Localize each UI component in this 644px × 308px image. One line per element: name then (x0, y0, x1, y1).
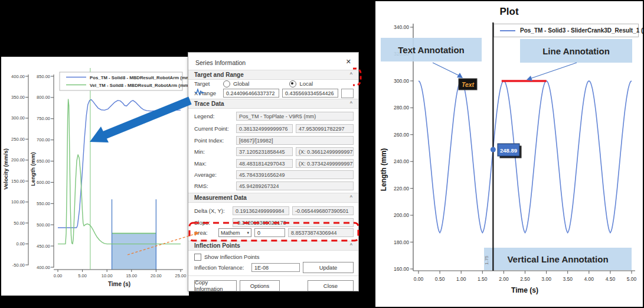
legend-row: Legend: Pos_TM - TopPlate - V9R5 (mm) (194, 111, 354, 121)
right-y-axis-label: Length (mm) (380, 148, 388, 192)
area-value-field: 8.85373874306944 (288, 228, 354, 237)
left-y-axis-label: Velocity (mm/s) (2, 148, 9, 190)
current-point-row: Current Point: 0.381324999999976 47.9530… (194, 124, 354, 134)
y-tick-label: 200.00 (394, 212, 409, 218)
area-label: Area: (194, 229, 215, 236)
show-inflection-row: Show Inflection Points (194, 252, 354, 262)
dialog-buttons-row: Copy Information Options Close (194, 280, 354, 291)
local-radio[interactable] (289, 80, 296, 87)
x-tick-label: 0.00 (414, 276, 424, 282)
delta-y-field: -0.0654496807390501 (292, 206, 354, 215)
global-radio-label: Global (233, 80, 249, 87)
x-tick-label: 2.50 (520, 276, 530, 282)
xrange-row: X Range 0.244096466337372 0.435569334554… (194, 88, 354, 98)
x-tick-label: 1.50 (478, 276, 488, 282)
y2-tick-label: 400.00 (37, 265, 50, 270)
vertical-line-annotation-callout: Vertical Line Annotation (484, 248, 632, 270)
right-chart-panel: Plot 340.00320.00300.00280.00260.00240.0… (375, 1, 643, 307)
copy-information-button[interactable]: Copy Information (194, 280, 237, 291)
line-annotation-callout: Line Annotation (520, 39, 632, 63)
y2-tick-label: 750.00 (37, 116, 50, 121)
vel-tm-curve (58, 99, 181, 244)
x-tick-label: 0.00 (54, 273, 63, 278)
y-tick-label: 160.00 (394, 266, 409, 272)
chevron-up-icon[interactable]: ^ (350, 194, 352, 200)
area-baseline-input[interactable]: 0 (254, 228, 285, 237)
show-inflection-checkbox[interactable] (194, 254, 201, 261)
rms-label: RMS: (194, 183, 233, 189)
y-tick-label: 0.00 (16, 241, 25, 247)
right-chart-legend: Pos_TM - Solid3 - SliderCrank3D_Result_1… (493, 24, 639, 37)
current-point-label: Current Point: (194, 125, 233, 132)
rms-field: 45.94289267324 (236, 181, 354, 190)
average-label: Average: (194, 171, 233, 178)
left-chart: 400.00350.00300.00250.00200.00150.00100.… (1, 57, 189, 296)
area-measure-fill (112, 234, 156, 270)
left-chart-panel: 400.00350.00300.00250.00200.00150.00100.… (1, 57, 189, 296)
section-title: Inflection Points (194, 242, 240, 249)
xrange-max-input[interactable]: 0.435569334554426 (282, 89, 338, 98)
delta-x-field: 0.191362499999984 (233, 206, 289, 215)
y-tick-label: 400.00 (11, 74, 25, 79)
chevron-up-icon[interactable]: ^ (350, 100, 352, 106)
tolerance-label: Inflection Tolerance: (194, 264, 249, 271)
update-button[interactable]: Update (303, 262, 354, 273)
range-measure-overlay[interactable] (112, 199, 156, 270)
area-row: Area: Mathem ▾ 0 8.85373874306944 (194, 228, 354, 238)
x-tick-label: 3.00 (541, 276, 551, 282)
y-tick-label: 340.00 (394, 24, 409, 30)
section-title: Target and Range (194, 72, 244, 78)
y2-tick-label: 600.00 (37, 180, 50, 185)
pos-tm-wave-curve (419, 81, 632, 233)
y-tick-label: 100.00 (11, 199, 25, 205)
x-tick-label: 20.00 (151, 273, 162, 278)
fit-range-button[interactable] (341, 89, 354, 98)
max-value-field: 48.4831814297043 (236, 159, 293, 168)
y-tick-label: 280.00 (394, 105, 409, 111)
left-chart-legend: Pos_TM - Solid8 - MBDResult_RobotArm (mm… (60, 72, 189, 90)
right-chart-title: Plot (375, 6, 643, 18)
local-radio-label: Local (299, 80, 313, 87)
area-method-dropdown[interactable]: Mathem ▾ (218, 228, 251, 237)
point-index-label: Point Index: (194, 137, 233, 144)
text-annotation-callout: Text Annotation (381, 38, 482, 61)
target-label: Target (194, 80, 220, 87)
x-tick-label: 5.00 (627, 276, 637, 282)
average-field: 45.7843391656249 (236, 170, 354, 179)
y-tick-label: -50.00 (12, 262, 25, 268)
min-row: Min: 37.1205231858445 (X: 0.366124999999… (194, 147, 354, 157)
x-tick-label: 5.00 (78, 273, 87, 278)
x-tick-label: 1.00 (456, 276, 466, 282)
section-header-inflection-points[interactable]: Inflection Points ^ (188, 241, 358, 251)
y-tick-label: 50.00 (14, 221, 25, 226)
chevron-up-icon[interactable]: ^ (350, 72, 352, 77)
slope-field: -0.342019365022173 (233, 218, 354, 227)
slope-label: Slope: (194, 219, 230, 226)
xrange-min-input[interactable]: 0.244096466337372 (223, 89, 279, 98)
y2-tick-label: 850.00 (37, 74, 50, 79)
chevron-up-icon[interactable]: ^ (350, 242, 352, 248)
global-radio[interactable] (223, 80, 230, 87)
show-inflection-label: Show Inflection Points (204, 254, 259, 260)
x-tick-label: 4.00 (584, 276, 594, 282)
left-chart-axes: 400.00350.00300.00250.00200.00150.00100.… (11, 74, 186, 279)
section-header-trace-data[interactable]: Trace Data ^ (188, 99, 358, 109)
options-button[interactable]: Options (240, 280, 280, 291)
x-tick-label: 15.00 (126, 273, 137, 278)
y2-tick-label: 650.00 (37, 158, 50, 164)
close-button[interactable]: Close (308, 280, 354, 291)
app-canvas: { "dialog": { "title": "Series Informati… (0, 0, 644, 308)
max-label: Max: (194, 160, 233, 167)
dialog-title: Series Information (195, 59, 246, 66)
close-icon[interactable]: ✕ (346, 58, 351, 66)
min-value-field: 37.1205231858445 (236, 147, 293, 156)
tolerance-input[interactable]: 1E-08 (251, 263, 300, 272)
y2-tick-label: 700.00 (37, 137, 50, 142)
right-chart-curve (419, 81, 632, 233)
y-tick-label: 250.00 (11, 137, 25, 142)
point-index-row: Point Index: [6867]/[19982] (194, 135, 354, 145)
max-at-field: (X: 0.373424999999977)[( (296, 159, 354, 168)
y2-tick-label: 450.00 (37, 244, 50, 249)
max-row: Max: 48.4831814297043 (X: 0.373424999999… (194, 158, 354, 168)
section-header-measurement-data[interactable]: Measurement Data ^ (188, 193, 358, 203)
